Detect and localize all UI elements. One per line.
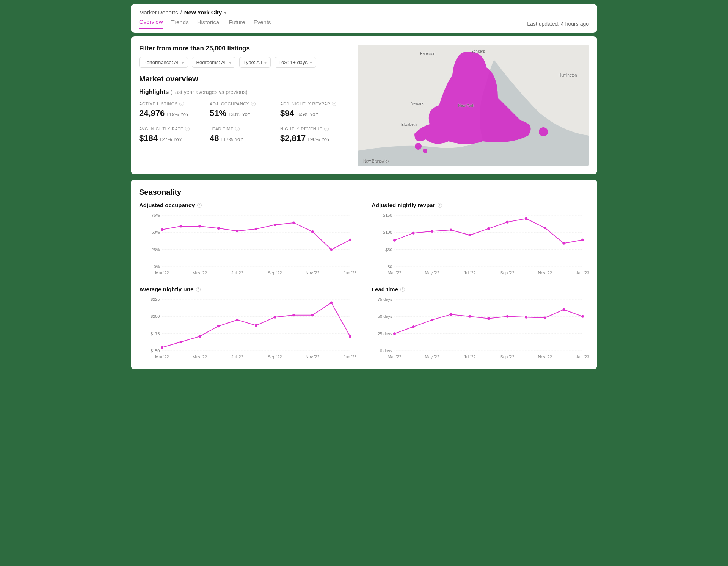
- svg-text:May '22: May '22: [425, 355, 439, 359]
- metric-label: AVG. NIGHTLY RATE?: [139, 127, 206, 131]
- info-icon[interactable]: ?: [197, 203, 202, 208]
- svg-point-98: [487, 317, 490, 320]
- chevron-down-icon: ▾: [229, 60, 231, 65]
- metric-value: 51%: [210, 108, 226, 118]
- chart-adj_revpar: Adjusted nightly revpar?$0$50$100$150Mar…: [372, 202, 589, 277]
- svg-text:Jul '22: Jul '22: [464, 355, 475, 359]
- chart-plot[interactable]: 0%25%50%75%Mar '22May '22Jul '22Sep '22N…: [139, 211, 356, 277]
- svg-text:May '22: May '22: [193, 355, 207, 359]
- highlights: Highlights (Last year averages vs previo…: [139, 89, 347, 95]
- chart-plot[interactable]: $0$50$100$150Mar '22May '22Jul '22Sep '2…: [372, 211, 589, 277]
- breadcrumb-sep: /: [180, 9, 182, 16]
- metric: LEAD TIME?48+17% YoY: [210, 127, 276, 143]
- tab-future[interactable]: Future: [229, 19, 245, 28]
- filter-pill[interactable]: Performance: All▾: [139, 57, 188, 68]
- info-icon[interactable]: ?: [400, 287, 405, 292]
- svg-point-52: [562, 242, 565, 245]
- tab-trends[interactable]: Trends: [171, 19, 189, 28]
- svg-point-28: [349, 239, 351, 241]
- info-icon[interactable]: ?: [324, 127, 329, 131]
- tab-historical[interactable]: Historical: [197, 19, 221, 28]
- map-label: Elizabeth: [401, 122, 417, 127]
- svg-text:May '22: May '22: [425, 270, 439, 275]
- info-icon[interactable]: ?: [179, 102, 184, 106]
- chart-avg_rate: Average nightly rate?$150$175$200$225Mar…: [139, 286, 356, 361]
- svg-point-26: [311, 230, 314, 233]
- tab-overview[interactable]: Overview: [139, 19, 163, 29]
- chart-plot[interactable]: $150$175$200$225Mar '22May '22Jul '22Sep…: [139, 296, 356, 361]
- metric: ACTIVE LISTINGS?24,976+19% YoY: [139, 102, 206, 118]
- chevron-down-icon: ▾: [264, 60, 267, 65]
- map-label: Paterson: [420, 52, 435, 56]
- svg-text:May '22: May '22: [193, 270, 207, 275]
- seasonality-heading: Seasonality: [139, 188, 589, 197]
- highlights-sub: (Last year averages vs previous): [171, 89, 248, 95]
- map-label: Huntington: [559, 73, 577, 77]
- svg-point-3: [539, 127, 548, 136]
- metric: AVG. NIGHTLY RATE?$184+27% YoY: [139, 127, 206, 143]
- svg-point-75: [292, 314, 295, 316]
- svg-point-51: [544, 227, 546, 229]
- svg-text:Mar '22: Mar '22: [388, 355, 401, 359]
- svg-text:Mar '22: Mar '22: [155, 270, 169, 275]
- filter-label: Performance: All: [143, 59, 179, 65]
- svg-text:50 days: 50 days: [378, 314, 392, 319]
- svg-text:75 days: 75 days: [378, 297, 392, 302]
- svg-point-24: [274, 224, 276, 226]
- svg-text:$150: $150: [383, 213, 392, 217]
- svg-point-21: [217, 227, 220, 230]
- filter-pill[interactable]: LoS: 1+ days▾: [275, 57, 316, 68]
- metric-label: ACTIVE LISTINGS?: [139, 102, 206, 106]
- metric-yoy: +27% YoY: [159, 136, 182, 142]
- filter-label: Bedrooms: All: [196, 59, 226, 65]
- info-icon[interactable]: ?: [438, 203, 442, 208]
- svg-text:Mar '22: Mar '22: [388, 270, 401, 275]
- svg-text:75%: 75%: [151, 213, 160, 217]
- filter-title: Filter from more than 25,000 listings: [139, 45, 347, 52]
- svg-point-20: [198, 225, 201, 228]
- metric-yoy: +19% YoY: [166, 111, 189, 117]
- svg-point-68: [161, 346, 163, 349]
- svg-point-72: [236, 319, 238, 321]
- metric-yoy: +17% YoY: [220, 136, 243, 142]
- map[interactable]: PatersonYonkersNewarkNew YorkElizabethHu…: [358, 45, 589, 166]
- svg-text:Sep '22: Sep '22: [500, 270, 515, 275]
- header: Market Reports / New York City ▾ Overvie…: [131, 4, 597, 33]
- svg-text:Sep '22: Sep '22: [500, 355, 515, 359]
- info-icon[interactable]: ?: [185, 127, 190, 131]
- metric-label: ADJ. NIGHTLY REVPAR?: [280, 102, 347, 106]
- info-icon[interactable]: ?: [235, 127, 240, 131]
- svg-point-27: [330, 248, 333, 251]
- svg-point-77: [330, 302, 333, 304]
- svg-point-78: [349, 335, 351, 338]
- svg-point-45: [431, 230, 433, 233]
- svg-point-95: [431, 319, 433, 321]
- metrics-grid: ACTIVE LISTINGS?24,976+19% YoYADJ. OCCUP…: [139, 102, 347, 143]
- svg-point-93: [393, 332, 396, 335]
- info-icon[interactable]: ?: [196, 287, 201, 292]
- breadcrumb-city[interactable]: New York City: [184, 9, 222, 16]
- breadcrumb-root[interactable]: Market Reports: [139, 9, 178, 16]
- svg-point-18: [161, 228, 163, 231]
- info-icon[interactable]: ?: [332, 102, 336, 106]
- svg-point-19: [180, 225, 182, 228]
- tab-events[interactable]: Events: [254, 19, 271, 28]
- svg-point-23: [255, 228, 257, 230]
- filter-pill[interactable]: Bedrooms: All▾: [192, 57, 235, 68]
- svg-text:Jul '22: Jul '22: [231, 270, 243, 275]
- svg-text:$175: $175: [151, 331, 160, 336]
- info-icon[interactable]: ?: [251, 102, 256, 106]
- chart-plot[interactable]: 0 days25 days50 days75 daysMar '22May '2…: [372, 296, 589, 361]
- svg-point-69: [180, 341, 182, 343]
- svg-text:Jan '23: Jan '23: [344, 355, 356, 359]
- filter-row: Performance: All▾Bedrooms: All▾Type: All…: [139, 57, 347, 68]
- svg-text:Nov '22: Nov '22: [306, 270, 320, 275]
- chart-lead_time: Lead time?0 days25 days50 days75 daysMar…: [372, 286, 589, 361]
- filter-pill[interactable]: Type: All▾: [239, 57, 271, 68]
- svg-text:0 days: 0 days: [380, 349, 392, 353]
- svg-text:Sep '22: Sep '22: [268, 270, 282, 275]
- metric-value: $2,817: [280, 133, 306, 143]
- last-updated: Last updated: 4 hours ago: [527, 21, 589, 27]
- svg-text:25 days: 25 days: [378, 331, 392, 336]
- chevron-down-icon[interactable]: ▾: [224, 10, 226, 15]
